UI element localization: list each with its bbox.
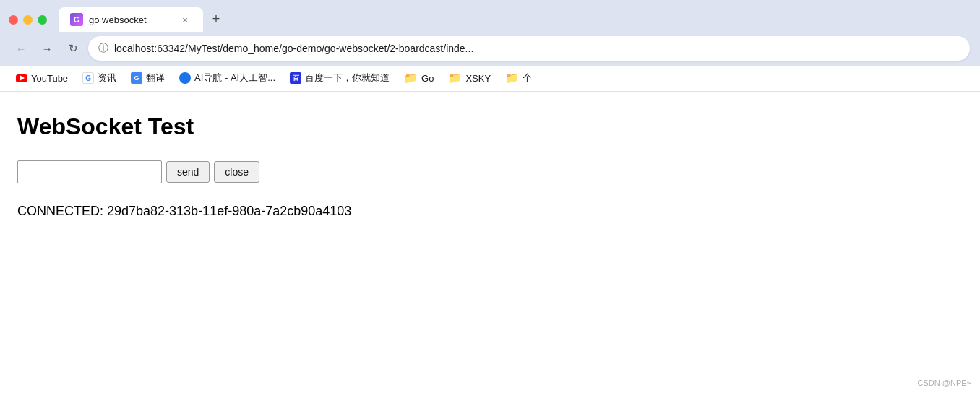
bookmark-baidu-label: 百度一下，你就知道 [305,72,390,85]
bookmark-translate[interactable]: G 翻译 [125,69,171,87]
bookmark-ai-nav-label: AI导航 - AI人工智... [194,72,275,85]
bookmark-personal-label: 个 [523,72,532,85]
page-title: WebSocket Test [17,113,963,140]
send-button[interactable]: send [166,161,210,183]
close-window-button[interactable] [9,15,18,25]
tab-title: go websocket [89,14,173,25]
youtube-favicon [16,72,27,84]
forward-button[interactable]: → [36,38,58,59]
bookmarks-bar: YouTube G 资讯 G 翻译 AI导航 - AI人工智... 百 [0,66,980,92]
active-tab[interactable]: G go websocket × [59,7,203,32]
tab-bar: G go websocket × + [59,7,971,32]
bookmark-zixun[interactable]: G 资讯 [77,69,122,87]
bookmark-go-label: Go [421,73,434,84]
bookmark-baidu[interactable]: 百 百度一下，你就知道 [284,69,395,87]
minimize-window-button[interactable] [23,15,33,25]
baidu-favicon: 百 [290,72,301,84]
folder-icon-xsky: 📁 [448,72,462,85]
translate-favicon: G [131,72,142,84]
bookmark-youtube-label: YouTube [31,73,68,84]
zixun-favicon: G [82,72,94,84]
tab-favicon: G [70,13,83,26]
info-icon: ⓘ [98,42,108,55]
bookmark-ai-nav[interactable]: AI导航 - AI人工智... [173,69,281,87]
bookmark-translate-label: 翻译 [146,72,165,85]
new-tab-button[interactable]: + [206,9,226,29]
message-input[interactable] [17,160,162,183]
bookmark-go-folder[interactable]: 📁 Go [398,69,439,87]
bookmark-personal-folder[interactable]: 📁 个 [499,69,538,87]
status-message: CONNECTED: 29d7ba82-313b-11ef-980a-7a2cb… [17,204,963,219]
watermark: CSDN @NPE~ [918,379,971,387]
maximize-window-button[interactable] [38,15,47,25]
page-content: WebSocket Test send close CONNECTED: 29d… [0,92,980,241]
back-button[interactable]: ← [10,38,32,59]
address-bar[interactable]: ⓘ localhost:63342/MyTest/demo_home/go-de… [88,36,970,61]
window-controls [9,15,47,25]
folder-icon-personal: 📁 [505,72,519,85]
address-bar-row: ← → ↻ ⓘ localhost:63342/MyTest/demo_home… [0,32,980,66]
controls-row: send close [17,160,963,183]
bookmark-zixun-label: 资讯 [98,72,116,85]
reload-button[interactable]: ↻ [62,38,84,59]
close-button[interactable]: close [214,161,259,183]
tab-close-button[interactable]: × [179,13,192,26]
bookmark-xsky-label: XSKY [465,73,491,84]
folder-icon: 📁 [404,72,418,85]
bookmark-youtube[interactable]: YouTube [10,70,74,86]
bookmark-xsky-folder[interactable]: 📁 XSKY [442,69,497,87]
title-bar: G go websocket × + [0,0,980,32]
ai-nav-favicon [179,72,191,84]
address-text: localhost:63342/MyTest/demo_home/go-demo… [114,43,960,54]
browser-chrome: G go websocket × + ← → ↻ ⓘ localhost:633… [0,0,980,92]
